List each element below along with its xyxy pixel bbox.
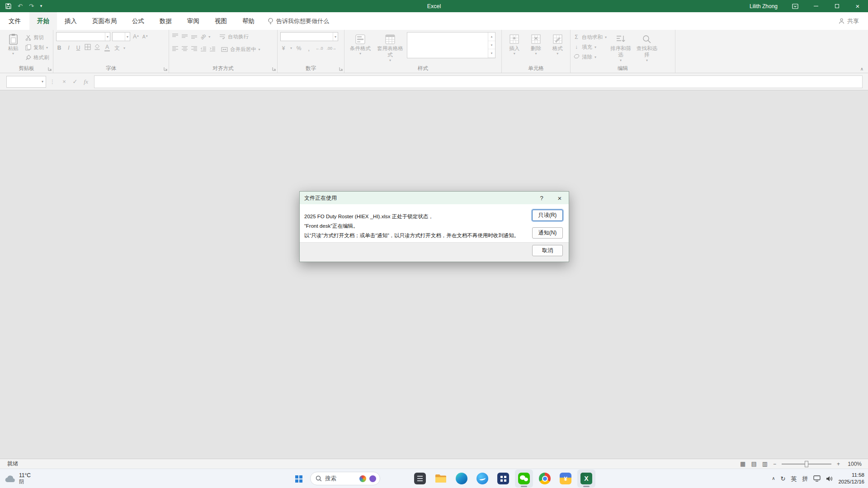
cells-group: 插入 ▾ 删除 ▾ 格式 ▾ 单元格	[502, 30, 571, 73]
font-color-icon: A	[104, 44, 111, 52]
format-as-table-label: 套用表格格式	[375, 45, 405, 58]
tab-view[interactable]: 视图	[207, 12, 235, 30]
paste-icon	[9, 33, 18, 45]
system-tray: ∧ ↻ 英 拼 11:58 2025/12/16	[772, 469, 864, 488]
taskbar-icon-file-explorer[interactable]	[432, 469, 450, 488]
wrap-text-label: 自动换行	[228, 33, 249, 40]
name-box: ▾	[6, 76, 46, 88]
search-highlight-icon	[359, 475, 366, 482]
tab-help[interactable]: 帮助	[235, 12, 262, 30]
undo-button[interactable]: ↶	[18, 3, 23, 9]
search-box[interactable]: 搜索	[310, 472, 380, 485]
page-break-view-button[interactable]: ▥	[762, 461, 768, 467]
save-icon	[5, 3, 11, 9]
page-layout-view-button[interactable]: ▤	[751, 461, 756, 467]
volume-icon[interactable]	[826, 476, 833, 482]
cancel-button[interactable]: 取消	[532, 245, 563, 256]
copy-label: 复制	[33, 44, 44, 51]
taskbar-icon-navy-app[interactable]	[494, 469, 512, 488]
taskbar: 11°C 阴 搜索 ¥ X ∧	[0, 469, 868, 488]
collapse-ribbon-button[interactable]: ∧	[860, 66, 863, 71]
readonly-button[interactable]: 只读(R)	[532, 210, 563, 221]
merge-center-icon	[221, 47, 228, 52]
gallery-more-icon: ▾	[488, 49, 495, 58]
find-select-label: 查找和选择	[635, 45, 659, 58]
enter-entry-button: ✓	[70, 78, 80, 85]
weather-widget[interactable]: 11°C 阴	[5, 469, 31, 488]
dialog-help-button[interactable]: ?	[533, 192, 551, 204]
ime-english-indicator[interactable]: 英	[791, 476, 797, 482]
tab-home[interactable]: 开始	[29, 12, 57, 30]
bold-button: B	[56, 45, 62, 51]
excel-window: ↶ ↷ ▾ Excel Lilith Zhong × 文件 开始 插入 页面布局…	[0, 0, 868, 488]
taskbar-icon-edge[interactable]	[453, 469, 471, 488]
fill-color-icon	[94, 44, 100, 52]
tell-me-box[interactable]: 告诉我你想要做什么	[268, 12, 329, 30]
clear-label: 清除	[582, 54, 592, 61]
orientation-icon: ab	[199, 33, 207, 40]
wrap-text-button: 自动换行	[219, 32, 249, 41]
comma-style-icon: ,	[306, 44, 312, 52]
redo-button[interactable]: ↷	[29, 3, 34, 9]
display-icon[interactable]	[813, 475, 821, 482]
sort-filter-label: 排序和筛选	[609, 45, 633, 58]
conditional-formatting-icon	[355, 34, 365, 44]
format-cells-button: 格式 ▾	[547, 32, 567, 56]
maximize-button[interactable]	[826, 0, 847, 12]
autosum-label: 自动求和	[582, 34, 603, 41]
dialog-close-button[interactable]: ×	[551, 192, 569, 204]
number-dialog-launcher	[339, 67, 343, 71]
font-name-combo: ▾	[56, 32, 110, 41]
taskbar-icon-dark-app[interactable]	[411, 469, 429, 488]
tab-formulas[interactable]: 公式	[124, 12, 152, 30]
conditional-formatting-label: 条件格式	[350, 45, 371, 52]
minimize-button[interactable]	[806, 0, 826, 12]
alignment-group: ab ▾ 自动换行	[169, 30, 278, 73]
taskbar-icon-finance-app[interactable]: ¥	[557, 469, 575, 488]
cancel-entry-button: ×	[59, 78, 70, 85]
normal-view-button[interactable]: ▦	[740, 461, 745, 467]
dark-app-icon	[414, 473, 426, 484]
autosum-button: Σ 自动求和 ▾	[573, 33, 607, 42]
tab-review[interactable]: 审阅	[179, 12, 207, 30]
decrease-font-size-icon: A▾	[142, 33, 149, 40]
increase-font-size-icon: A▴	[132, 33, 140, 41]
zoom-slider-thumb[interactable]	[805, 461, 808, 467]
tab-page-layout[interactable]: 页面布局	[85, 12, 124, 30]
taskbar-icon-blue-app[interactable]	[473, 469, 491, 488]
taskbar-icon-wechat[interactable]	[515, 469, 533, 488]
start-button[interactable]	[289, 469, 307, 488]
clipboard-group: 粘贴 ▾ 剪切 复制 ▾ 格式刷	[0, 30, 53, 73]
search-icon	[316, 475, 322, 482]
notify-button[interactable]: 通知(N)	[532, 227, 563, 239]
tab-insert[interactable]: 插入	[57, 12, 85, 30]
format-as-table-button: 套用表格格式 ▾	[375, 32, 405, 62]
share-button[interactable]: 共享	[839, 12, 868, 30]
zoom-slider[interactable]	[782, 464, 831, 465]
zoom-level[interactable]: 100%	[845, 461, 862, 467]
alignment-dialog-launcher	[272, 67, 276, 71]
save-button[interactable]	[5, 3, 11, 9]
minimize-icon	[814, 6, 818, 6]
dialog-message-line1: 2025 FO Duty Roster (HIEX _HI).xlsx 正处于锁…	[304, 212, 533, 221]
copy-button: 复制 ▾	[25, 43, 49, 52]
weather-condition: 阴	[19, 479, 31, 485]
zoom-out-button[interactable]: −	[773, 461, 776, 467]
merge-center-label: 合并后居中	[230, 46, 256, 53]
close-button[interactable]: ×	[847, 0, 868, 12]
taskbar-icon-chrome[interactable]	[536, 469, 554, 488]
ribbon-display-options-button[interactable]	[785, 0, 806, 12]
hidden-icons-chevron[interactable]: ∧	[772, 476, 775, 481]
increase-indent-icon	[209, 45, 216, 53]
font-size-combo: ▾	[112, 32, 130, 41]
customize-qat-button[interactable]: ▾	[40, 4, 42, 8]
ime-pinyin-indicator[interactable]: 拼	[802, 476, 808, 482]
tab-data[interactable]: 数据	[152, 12, 179, 30]
format-cells-label: 格式	[552, 45, 563, 52]
clock[interactable]: 11:58 2025/12/16	[838, 472, 864, 485]
search-placeholder: 搜索	[325, 475, 336, 483]
taskbar-icon-excel[interactable]: X	[577, 469, 595, 488]
tab-file[interactable]: 文件	[0, 12, 29, 30]
sync-icon[interactable]: ↻	[781, 476, 786, 482]
zoom-in-button[interactable]: +	[837, 461, 840, 467]
